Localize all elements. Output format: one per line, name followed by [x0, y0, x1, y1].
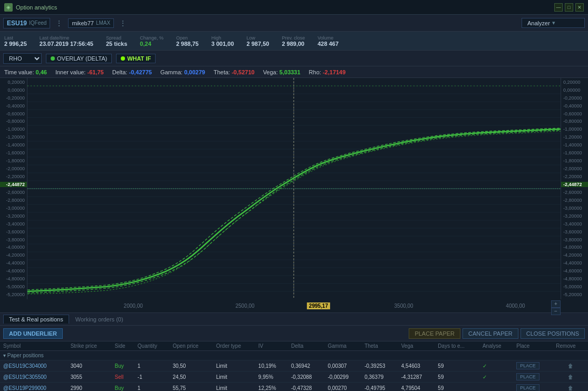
cell-gamma: -0,00299 [325, 372, 362, 383]
current-price-tag: 2995,17 [307, 302, 330, 309]
time-value: 0,46 [36, 69, 47, 75]
th-symbol: Symbol [0, 341, 68, 351]
y-label-3: -0,40000 [0, 104, 27, 109]
paper-positions-section: ▾ Paper positions [0, 351, 588, 360]
gamma-label: Gamma: [160, 69, 182, 75]
theta-label: Theta: [214, 69, 230, 75]
account-menu-btn[interactable]: ⋮ [118, 19, 128, 27]
cell-remove[interactable]: 🗑 [553, 383, 588, 392]
cell-place[interactable]: PLACE [513, 360, 553, 372]
add-underlier-btn[interactable]: ADD UNDERLIER [3, 328, 63, 339]
symbol-box[interactable]: ESU19 IQFeed [3, 18, 50, 28]
zoom-out-btn[interactable]: − [551, 308, 561, 315]
yr-label-1: 0,00000 [561, 88, 588, 93]
place-paper-btn[interactable]: PLACE PAPER [409, 328, 460, 339]
cell-quantity: 1 [134, 383, 170, 392]
cell-remove[interactable]: 🗑 [553, 360, 588, 372]
spread-label: Spread [106, 35, 127, 41]
chart-main[interactable] [27, 78, 561, 299]
last-value: 2 996,25 [4, 41, 27, 47]
th-remove: Remove [553, 341, 588, 351]
gamma-value: 0,00279 [184, 69, 205, 75]
account-box[interactable]: mikeb77 LMAX [68, 18, 114, 28]
bottom-panel: Test & Real positions Working orders (0)… [0, 313, 588, 391]
y-label-23: -4,40000 [0, 261, 27, 266]
place-btn[interactable]: PLACE [516, 373, 539, 380]
overlay-label: OVERLAY (DELTA) [57, 55, 107, 62]
tab-test-real[interactable]: Test & Real positions [3, 315, 69, 324]
cell-remove[interactable]: 🗑 [553, 372, 588, 383]
cell-days: 59 [435, 360, 479, 372]
th-gamma: Gamma [325, 341, 362, 351]
y-label-20: -3,80000 [0, 238, 27, 242]
yr-label-2: -0,20000 [561, 96, 588, 101]
rho-value: -2,17149 [323, 69, 345, 75]
th-strike: Strike price [68, 341, 112, 351]
analyzer-selector[interactable]: Analyzer ▾ [522, 18, 585, 28]
cancel-paper-btn[interactable]: CANCEL PAPER [462, 328, 518, 339]
y-label-10: -1,80000 [0, 159, 27, 163]
place-btn[interactable]: PLACE [516, 384, 539, 391]
cell-place[interactable]: PLACE [513, 383, 553, 392]
cell-days: 59 [435, 372, 479, 383]
stat-prev-close: Prev. close 2 989,00 [282, 35, 305, 47]
place-btn[interactable]: PLACE [516, 362, 539, 369]
symbol-menu-btn[interactable]: ⋮ [54, 19, 64, 27]
bottom-tabs: Test & Real positions Working orders (0) [0, 313, 588, 326]
titlebar: ◈ Option analytics — □ ✕ [0, 0, 588, 15]
rho-item: Rho: -2,17149 [309, 69, 346, 75]
y-axis-right: 0,20000 0,00000 -0,20000 -0,40000 -0,600… [561, 78, 588, 299]
analyzer-label: Analyzer [527, 20, 550, 26]
cell-strike: 3040 [68, 360, 112, 372]
th-vega: Vega [398, 341, 435, 351]
time-value-label: Time value: [4, 69, 34, 75]
th-order-type: Order type [213, 341, 255, 351]
stat-volume: Volume 428 467 [317, 35, 339, 47]
yr-label-14: -2,60000 [561, 190, 588, 195]
y-label-22: -4,20000 [0, 253, 27, 258]
cell-gamma: 0,00270 [325, 383, 362, 392]
th-iv: IV [255, 341, 288, 351]
y-label-18: -3,40000 [0, 222, 27, 227]
stat-datetime: Last date/time 23.07.2019 17:56:45 [40, 35, 93, 47]
yr-label-highlight: -2,44872 [561, 182, 588, 187]
whatif-btn[interactable]: WHAT IF [116, 54, 156, 63]
cell-quantity: -1 [134, 372, 170, 383]
greeks-row: Time value: 0,46 Inner value: -61,75 Del… [0, 66, 588, 78]
cell-open-price: 30,50 [169, 360, 213, 372]
whatif-dot-icon [121, 56, 125, 61]
cell-delta: -0,47328 [288, 383, 325, 392]
inner-value-item: Inner value: -61,75 [55, 69, 104, 75]
cell-delta: -0,32088 [288, 372, 325, 383]
tab-working-orders[interactable]: Working orders (0) [70, 315, 129, 324]
yr-label-21: -4,00000 [561, 245, 588, 250]
cell-vega: 4,79504 [398, 383, 435, 392]
cell-vega: 4,54603 [398, 360, 435, 372]
y-label-12: -2,20000 [0, 174, 27, 179]
cell-days: 59 [435, 383, 479, 392]
chart-svg [27, 78, 561, 299]
overlay-delta-btn[interactable]: OVERLAY (DELTA) [46, 54, 112, 63]
datetime-value: 23.07.2019 17:56:45 [40, 41, 93, 47]
close-btn[interactable]: ✕ [575, 3, 584, 12]
y-label-6: -1,00000 [0, 127, 27, 132]
yr-label-15: -2,80000 [561, 198, 588, 203]
y-label-1: 0,00000 [0, 88, 27, 93]
zoom-in-btn[interactable]: + [551, 300, 561, 308]
y-label-24: -4,60000 [0, 269, 27, 273]
maximize-btn[interactable]: □ [565, 3, 573, 12]
controls-row: RHO OVERLAY (DELTA) WHAT IF [0, 51, 588, 66]
minimize-btn[interactable]: — [554, 3, 563, 12]
cell-place[interactable]: PLACE [513, 372, 553, 383]
cell-open-price: 24,50 [169, 372, 213, 383]
yr-label-25: -4,80000 [561, 277, 588, 281]
table-row: @ESU19P299000 2990 Buy 1 55,75 Limit 12,… [0, 383, 588, 392]
vega-value: 5,03331 [279, 69, 301, 75]
rho-selector[interactable]: RHO [3, 53, 42, 64]
cell-vega: -4,31287 [398, 372, 435, 383]
positions-tbody: ▾ Paper positions @ESU19C304000 3040 Buy… [0, 351, 588, 392]
close-positions-btn[interactable]: CLOSE POSITIONS [520, 328, 585, 339]
yr-label-26: -5,00000 [561, 285, 588, 289]
yr-label-27: -5,20000 [561, 292, 588, 297]
th-theta: Theta [361, 341, 398, 351]
